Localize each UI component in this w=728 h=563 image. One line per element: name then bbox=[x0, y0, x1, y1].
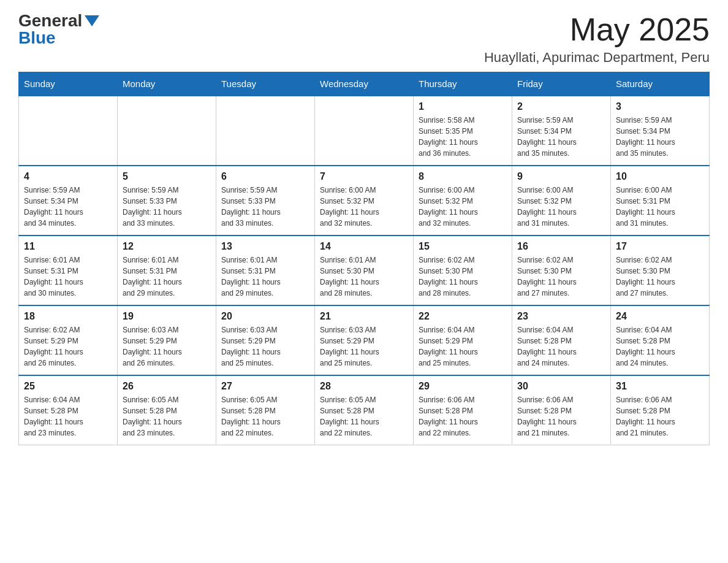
calendar-cell: 22Sunrise: 6:04 AM Sunset: 5:29 PM Dayli… bbox=[414, 305, 512, 375]
calendar-week-row: 18Sunrise: 6:02 AM Sunset: 5:29 PM Dayli… bbox=[19, 305, 710, 375]
calendar-cell bbox=[216, 96, 315, 166]
calendar-cell: 18Sunrise: 6:02 AM Sunset: 5:29 PM Dayli… bbox=[19, 305, 118, 375]
day-number: 29 bbox=[419, 381, 507, 392]
calendar-cell: 13Sunrise: 6:01 AM Sunset: 5:31 PM Dayli… bbox=[216, 236, 315, 305]
day-number: 12 bbox=[123, 241, 211, 252]
calendar-table: SundayMondayTuesdayWednesdayThursdayFrid… bbox=[18, 72, 710, 445]
calendar-cell: 2Sunrise: 5:59 AM Sunset: 5:34 PM Daylig… bbox=[512, 96, 611, 166]
day-number: 3 bbox=[616, 101, 704, 112]
calendar-cell: 29Sunrise: 6:06 AM Sunset: 5:28 PM Dayli… bbox=[414, 375, 512, 445]
calendar-week-row: 25Sunrise: 6:04 AM Sunset: 5:28 PM Dayli… bbox=[19, 375, 710, 445]
calendar-cell: 28Sunrise: 6:05 AM Sunset: 5:28 PM Dayli… bbox=[315, 375, 414, 445]
day-info: Sunrise: 6:02 AM Sunset: 5:30 PM Dayligh… bbox=[616, 255, 704, 299]
day-info: Sunrise: 6:03 AM Sunset: 5:29 PM Dayligh… bbox=[221, 324, 309, 369]
day-info: Sunrise: 6:02 AM Sunset: 5:29 PM Dayligh… bbox=[24, 324, 112, 369]
day-info: Sunrise: 6:04 AM Sunset: 5:28 PM Dayligh… bbox=[517, 324, 605, 369]
day-number: 17 bbox=[616, 241, 704, 252]
day-number: 31 bbox=[616, 381, 704, 392]
day-info: Sunrise: 5:59 AM Sunset: 5:34 PM Dayligh… bbox=[616, 115, 704, 159]
calendar-cell: 5Sunrise: 5:59 AM Sunset: 5:33 PM Daylig… bbox=[118, 166, 216, 236]
day-info: Sunrise: 5:59 AM Sunset: 5:34 PM Dayligh… bbox=[517, 115, 605, 159]
calendar-cell bbox=[315, 96, 414, 166]
calendar-cell: 8Sunrise: 6:00 AM Sunset: 5:32 PM Daylig… bbox=[414, 166, 512, 236]
calendar-cell: 23Sunrise: 6:04 AM Sunset: 5:28 PM Dayli… bbox=[512, 305, 611, 375]
weekday-header-tuesday: Tuesday bbox=[216, 72, 315, 96]
calendar-cell: 20Sunrise: 6:03 AM Sunset: 5:29 PM Dayli… bbox=[216, 305, 315, 375]
calendar-cell: 19Sunrise: 6:03 AM Sunset: 5:29 PM Dayli… bbox=[118, 305, 216, 375]
logo: General Blue bbox=[18, 12, 99, 47]
day-info: Sunrise: 6:06 AM Sunset: 5:28 PM Dayligh… bbox=[419, 394, 507, 439]
day-number: 5 bbox=[123, 171, 211, 182]
day-number: 2 bbox=[517, 101, 605, 112]
day-number: 23 bbox=[517, 311, 605, 322]
calendar-cell: 7Sunrise: 6:00 AM Sunset: 5:32 PM Daylig… bbox=[315, 166, 414, 236]
day-info: Sunrise: 6:04 AM Sunset: 5:28 PM Dayligh… bbox=[24, 394, 112, 439]
day-info: Sunrise: 6:01 AM Sunset: 5:31 PM Dayligh… bbox=[221, 255, 309, 299]
day-number: 18 bbox=[24, 311, 112, 322]
day-info: Sunrise: 5:59 AM Sunset: 5:33 PM Dayligh… bbox=[123, 185, 211, 229]
calendar-cell: 27Sunrise: 6:05 AM Sunset: 5:28 PM Dayli… bbox=[216, 375, 315, 445]
calendar-cell: 11Sunrise: 6:01 AM Sunset: 5:31 PM Dayli… bbox=[19, 236, 118, 305]
day-number: 8 bbox=[419, 171, 507, 182]
calendar-week-row: 4Sunrise: 5:59 AM Sunset: 5:34 PM Daylig… bbox=[19, 166, 710, 236]
day-number: 10 bbox=[616, 171, 704, 182]
calendar-cell: 25Sunrise: 6:04 AM Sunset: 5:28 PM Dayli… bbox=[19, 375, 118, 445]
day-info: Sunrise: 6:01 AM Sunset: 5:31 PM Dayligh… bbox=[123, 255, 211, 299]
day-number: 4 bbox=[24, 171, 112, 182]
day-number: 22 bbox=[419, 311, 507, 322]
day-number: 30 bbox=[517, 381, 605, 392]
calendar-cell: 17Sunrise: 6:02 AM Sunset: 5:30 PM Dayli… bbox=[611, 236, 710, 305]
calendar-week-row: 1Sunrise: 5:58 AM Sunset: 5:35 PM Daylig… bbox=[19, 96, 710, 166]
calendar-cell: 16Sunrise: 6:02 AM Sunset: 5:30 PM Dayli… bbox=[512, 236, 611, 305]
calendar-cell: 3Sunrise: 5:59 AM Sunset: 5:34 PM Daylig… bbox=[611, 96, 710, 166]
day-number: 28 bbox=[320, 381, 408, 392]
calendar-cell: 10Sunrise: 6:00 AM Sunset: 5:31 PM Dayli… bbox=[611, 166, 710, 236]
day-number: 15 bbox=[419, 241, 507, 252]
calendar-cell bbox=[19, 96, 118, 166]
day-info: Sunrise: 6:02 AM Sunset: 5:30 PM Dayligh… bbox=[517, 255, 605, 299]
day-number: 24 bbox=[616, 311, 704, 322]
day-info: Sunrise: 6:00 AM Sunset: 5:32 PM Dayligh… bbox=[320, 185, 408, 229]
calendar-cell: 26Sunrise: 6:05 AM Sunset: 5:28 PM Dayli… bbox=[118, 375, 216, 445]
day-info: Sunrise: 6:05 AM Sunset: 5:28 PM Dayligh… bbox=[123, 394, 211, 439]
day-info: Sunrise: 6:06 AM Sunset: 5:28 PM Dayligh… bbox=[517, 394, 605, 439]
weekday-header-wednesday: Wednesday bbox=[315, 72, 414, 96]
day-number: 20 bbox=[221, 311, 309, 322]
calendar-cell: 30Sunrise: 6:06 AM Sunset: 5:28 PM Dayli… bbox=[512, 375, 611, 445]
day-info: Sunrise: 6:00 AM Sunset: 5:32 PM Dayligh… bbox=[419, 185, 507, 229]
day-info: Sunrise: 6:01 AM Sunset: 5:31 PM Dayligh… bbox=[24, 255, 112, 299]
day-number: 14 bbox=[320, 241, 408, 252]
calendar-cell: 4Sunrise: 5:59 AM Sunset: 5:34 PM Daylig… bbox=[19, 166, 118, 236]
day-info: Sunrise: 6:00 AM Sunset: 5:32 PM Dayligh… bbox=[517, 185, 605, 229]
calendar-cell bbox=[118, 96, 216, 166]
calendar-cell: 31Sunrise: 6:06 AM Sunset: 5:28 PM Dayli… bbox=[611, 375, 710, 445]
day-info: Sunrise: 6:02 AM Sunset: 5:30 PM Dayligh… bbox=[419, 255, 507, 299]
day-info: Sunrise: 6:03 AM Sunset: 5:29 PM Dayligh… bbox=[320, 324, 408, 369]
weekday-header-sunday: Sunday bbox=[19, 72, 118, 96]
day-number: 27 bbox=[221, 381, 309, 392]
day-info: Sunrise: 5:59 AM Sunset: 5:33 PM Dayligh… bbox=[221, 185, 309, 229]
calendar-cell: 1Sunrise: 5:58 AM Sunset: 5:35 PM Daylig… bbox=[414, 96, 512, 166]
weekday-header-friday: Friday bbox=[512, 72, 611, 96]
calendar-cell: 24Sunrise: 6:04 AM Sunset: 5:28 PM Dayli… bbox=[611, 305, 710, 375]
calendar-cell: 15Sunrise: 6:02 AM Sunset: 5:30 PM Dayli… bbox=[414, 236, 512, 305]
calendar-cell: 14Sunrise: 6:01 AM Sunset: 5:30 PM Dayli… bbox=[315, 236, 414, 305]
day-info: Sunrise: 6:06 AM Sunset: 5:28 PM Dayligh… bbox=[616, 394, 704, 439]
day-number: 19 bbox=[123, 311, 211, 322]
day-info: Sunrise: 6:04 AM Sunset: 5:29 PM Dayligh… bbox=[419, 324, 507, 369]
day-number: 26 bbox=[123, 381, 211, 392]
calendar-cell: 9Sunrise: 6:00 AM Sunset: 5:32 PM Daylig… bbox=[512, 166, 611, 236]
logo-general-text: General bbox=[18, 12, 82, 29]
day-info: Sunrise: 5:58 AM Sunset: 5:35 PM Dayligh… bbox=[419, 115, 507, 159]
day-number: 25 bbox=[24, 381, 112, 392]
day-info: Sunrise: 6:00 AM Sunset: 5:31 PM Dayligh… bbox=[616, 185, 704, 229]
day-info: Sunrise: 6:03 AM Sunset: 5:29 PM Dayligh… bbox=[123, 324, 211, 369]
title-block: May 2025 Huayllati, Apurimac Department,… bbox=[484, 12, 710, 66]
day-info: Sunrise: 6:01 AM Sunset: 5:30 PM Dayligh… bbox=[320, 255, 408, 299]
page-header: General Blue May 2025 Huayllati, Apurima… bbox=[18, 12, 710, 66]
location-title: Huayllati, Apurimac Department, Peru bbox=[484, 50, 710, 66]
day-info: Sunrise: 5:59 AM Sunset: 5:34 PM Dayligh… bbox=[24, 185, 112, 229]
calendar-cell: 12Sunrise: 6:01 AM Sunset: 5:31 PM Dayli… bbox=[118, 236, 216, 305]
month-title: May 2025 bbox=[484, 12, 710, 47]
calendar-cell: 21Sunrise: 6:03 AM Sunset: 5:29 PM Dayli… bbox=[315, 305, 414, 375]
